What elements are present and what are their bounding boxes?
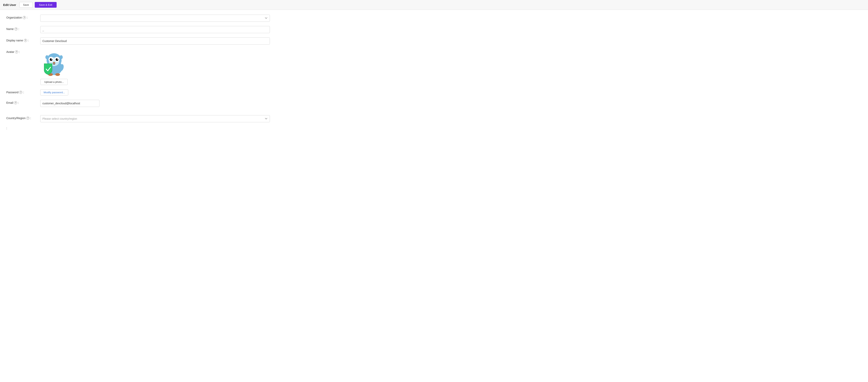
name-label: Name ? :	[6, 26, 38, 31]
display-name-help-icon[interactable]: ?	[24, 39, 27, 42]
name-row: Name ? :	[6, 26, 270, 33]
svg-point-11	[45, 55, 49, 59]
toolbar: Edit User Save Save & Exit	[0, 0, 868, 10]
password-help-icon[interactable]: ?	[19, 91, 22, 94]
avatar-section: Upload a photo...	[40, 49, 68, 85]
email-input[interactable]	[40, 100, 99, 107]
email-help-icon[interactable]: ?	[14, 101, 17, 104]
email-label: Email ? :	[6, 100, 38, 104]
page-title: Edit User	[3, 3, 16, 6]
display-name-label: Display name ? :	[6, 37, 38, 42]
svg-point-16	[55, 73, 60, 76]
svg-point-6	[56, 58, 58, 61]
avatar-row: Avatar ? :	[6, 49, 270, 85]
svg-point-9	[53, 62, 55, 64]
svg-point-10	[53, 64, 55, 65]
country-region-label: Country/Region ? :	[6, 115, 38, 120]
upload-photo-button[interactable]: Upload a photo...	[40, 79, 67, 85]
avatar-image	[40, 49, 68, 76]
form-area: Organization ? : Name ? : Display name ?…	[0, 10, 276, 134]
svg-point-8	[57, 59, 58, 60]
country-region-help-icon[interactable]: ?	[26, 117, 29, 120]
country-region-row: Country/Region ? : Please select country…	[6, 115, 270, 122]
organization-label: Organization ? :	[6, 14, 38, 19]
password-label: Password ? :	[6, 89, 38, 94]
avatar-label: Avatar ? :	[6, 49, 38, 54]
svg-point-7	[51, 59, 52, 60]
save-exit-button[interactable]: Save & Exit	[35, 2, 57, 8]
display-name-row: Display name ? :	[6, 37, 270, 44]
organization-help-icon[interactable]: ?	[23, 16, 26, 19]
modify-password-button[interactable]: Modify password...	[40, 89, 68, 95]
display-name-input[interactable]	[40, 37, 270, 44]
spacer	[6, 111, 270, 115]
email-row: Email ? :	[6, 100, 270, 107]
avatar-help-icon[interactable]: ?	[15, 50, 18, 54]
organization-row: Organization ? :	[6, 14, 270, 22]
name-help-icon[interactable]: ?	[14, 27, 18, 31]
organization-select[interactable]	[40, 14, 270, 22]
country-region-select[interactable]: Please select country/region	[40, 115, 270, 122]
svg-point-12	[60, 55, 63, 59]
save-button[interactable]: Save	[19, 2, 33, 8]
trailing-colon: :	[6, 127, 270, 130]
password-row: Password ? : Modify password...	[6, 89, 270, 95]
svg-point-5	[50, 58, 53, 61]
page-container: Edit User Save Save & Exit Organization …	[0, 0, 868, 382]
name-input[interactable]	[40, 26, 270, 33]
gopher-svg	[40, 49, 68, 76]
